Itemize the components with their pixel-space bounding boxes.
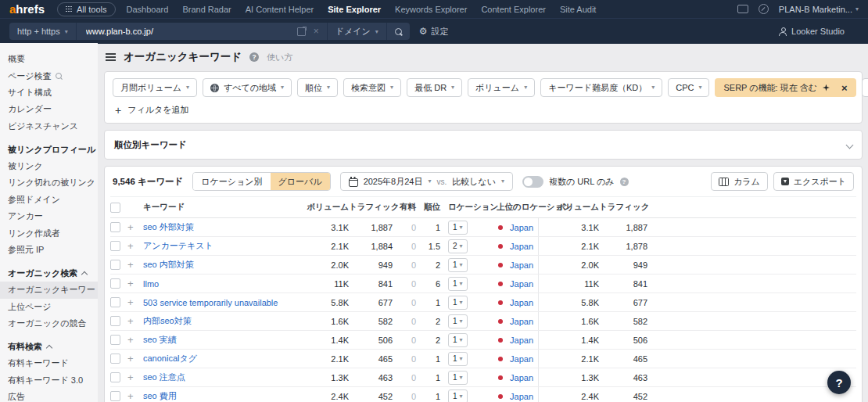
nav-item[interactable]: Keywords Explorer [395,5,467,14]
filter-chip[interactable]: 月間ボリューム ▾ [113,78,197,97]
sidebar-section-header[interactable]: 有料検索 [0,337,98,355]
sidebar-item[interactable]: リンク作成者 [0,224,98,241]
top-location-link[interactable]: Japan [510,242,533,251]
filter-chip[interactable]: すべての地域 ▾ [203,78,292,97]
account-menu[interactable]: PLAN-B Marketin... ▾ [779,5,859,14]
row-checkbox[interactable] [110,260,120,270]
row-checkbox[interactable] [110,222,120,232]
keyword-link[interactable]: llmo [143,279,159,289]
location-count-dropdown[interactable]: 1 ▾ [448,277,468,291]
filter-chip[interactable]: キーワード難易度（KD） ▾ [540,78,662,97]
help-compass-icon[interactable] [759,4,769,14]
row-checkbox[interactable] [110,297,120,307]
sidebar-item[interactable]: アンカー [0,208,98,224]
add-to-list-button[interactable]: + [127,240,134,252]
mode-dropdown[interactable]: ドメイン ▾ [327,23,386,40]
sidebar-item[interactable]: 広告 [0,389,98,402]
add-to-list-button[interactable]: + [127,390,134,402]
top-location-link[interactable]: Japan [510,392,533,401]
sidebar-item[interactable]: ページ検査 [0,67,98,84]
sidebar-item[interactable]: ビジネスチャンス [0,118,98,135]
select-all-checkbox[interactable] [110,203,120,213]
date-compare-control[interactable]: 2025年8月24日 ▾ vs. 比較しない ▾ [340,172,513,191]
add-to-list-button[interactable]: + [127,371,134,383]
all-tools-button[interactable]: All tools [57,2,116,16]
row-checkbox[interactable] [110,391,120,401]
row-checkbox[interactable] [110,278,120,289]
filter-chip[interactable]: CPC ▾ [668,78,709,97]
top-location-link[interactable]: Japan [510,298,533,307]
sidebar-item[interactable]: カレンダー [0,101,98,117]
serp-filter-chip[interactable]: SERP の機能: 現在 含む × [715,78,855,97]
row-checkbox[interactable] [110,354,120,364]
columns-button[interactable]: カラム [711,172,768,191]
segmented-option[interactable]: ロケーション別 [193,173,270,190]
export-button[interactable]: エクスポート [773,172,854,191]
add-to-list-button[interactable]: + [127,278,134,289]
header-position[interactable]: 順位 [416,197,440,218]
header-traffic[interactable]: トラフィック [349,197,393,218]
row-checkbox[interactable] [110,335,120,345]
header-top-location[interactable]: 上位のロケーション [497,197,538,218]
sidebar-item[interactable]: 被リンク [0,158,98,174]
sidebar-item[interactable]: 有料キーワード 3.0 [0,372,98,389]
location-count-dropdown[interactable]: 1 ▾ [448,352,468,366]
remove-filter-icon[interactable]: × [841,83,848,93]
keyword-link[interactable]: canonicalタグ [143,354,197,363]
sidebar-item[interactable]: 参照元 IP [0,242,98,258]
filter-chip[interactable]: 最低 DR ▾ [407,78,462,97]
location-count-dropdown[interactable]: 1 ▾ [448,314,468,328]
add-to-list-button[interactable]: + [127,353,134,364]
add-to-list-button[interactable]: + [127,315,134,327]
sidebar-item[interactable]: オーガニックキーワード [0,282,98,298]
sidebar-item[interactable]: リンク切れの被リンク [0,174,98,191]
header-keyword[interactable]: キーワード [143,197,299,218]
nav-item[interactable]: Site Explorer [328,5,381,14]
add-to-list-button[interactable]: + [127,221,134,233]
keyword-link[interactable]: seo 内部対策 [143,260,194,269]
row-checkbox[interactable] [110,316,120,326]
keyword-link[interactable]: seo 外部対策 [143,222,194,232]
filter-chip[interactable]: ボリューム ▾ [468,78,535,97]
nav-item[interactable]: Site Audit [560,5,596,14]
top-location-link[interactable]: Japan [510,317,533,326]
nav-item[interactable]: Dashboard [127,5,169,14]
device-icon[interactable] [737,5,748,13]
location-count-dropdown[interactable]: 1 ▾ [448,296,468,310]
keyword-link[interactable]: seo 費用 [143,391,177,400]
keyword-link[interactable]: アンカーテキスト [143,241,213,250]
top-location-link[interactable]: Japan [510,223,533,232]
location-count-dropdown[interactable]: 1 ▾ [448,371,468,385]
row-checkbox[interactable] [110,241,120,251]
multiple-url-toggle[interactable] [522,176,543,188]
top-location-link[interactable]: Japan [510,260,533,270]
collapse-chevron-icon[interactable] [846,141,854,149]
filter-chip[interactable]: 順位 ▾ [297,78,338,97]
sidebar-item[interactable]: サイト構成 [0,84,98,101]
sidebar-item[interactable]: オーガニックの競合 [0,315,98,332]
header-volume[interactable]: ボリューム [299,197,349,218]
location-count-dropdown[interactable]: 1 ▾ [448,389,468,402]
target-url-input[interactable] [84,26,292,37]
filter-chip[interactable]: 検索意図 ▾ [343,78,401,97]
add-to-list-button[interactable]: + [127,334,134,346]
top-location-link[interactable]: Japan [510,279,533,289]
settings-button[interactable]: ⚙ 設定 [419,26,449,38]
sidebar-item[interactable]: 有料キーワード [0,355,98,371]
nav-item[interactable]: Brand Radar [182,5,231,14]
ahrefs-logo[interactable]: ahrefs [9,3,45,15]
how-to-use-link[interactable]: 使い方 [267,52,292,63]
location-count-dropdown[interactable]: 2 ▾ [448,239,468,253]
add-filter-button[interactable]: + フィルタを追加 [113,104,854,116]
sparkle-icon[interactable] [823,84,830,92]
keyword-link[interactable]: 内部seo対策 [143,316,192,325]
top-location-link[interactable]: Japan [510,373,533,382]
location-count-dropdown[interactable]: 1 ▾ [448,258,468,272]
nav-item[interactable]: AI Content Helper [246,5,314,14]
location-count-dropdown[interactable]: 1 ▾ [448,221,468,235]
preset-dropdown[interactable]: プリセット ▾ [862,78,868,97]
nav-item[interactable]: Content Explorer [481,5,546,14]
search-button[interactable] [386,23,410,40]
row-checkbox[interactable] [110,372,120,382]
add-to-list-button[interactable]: + [127,259,134,271]
